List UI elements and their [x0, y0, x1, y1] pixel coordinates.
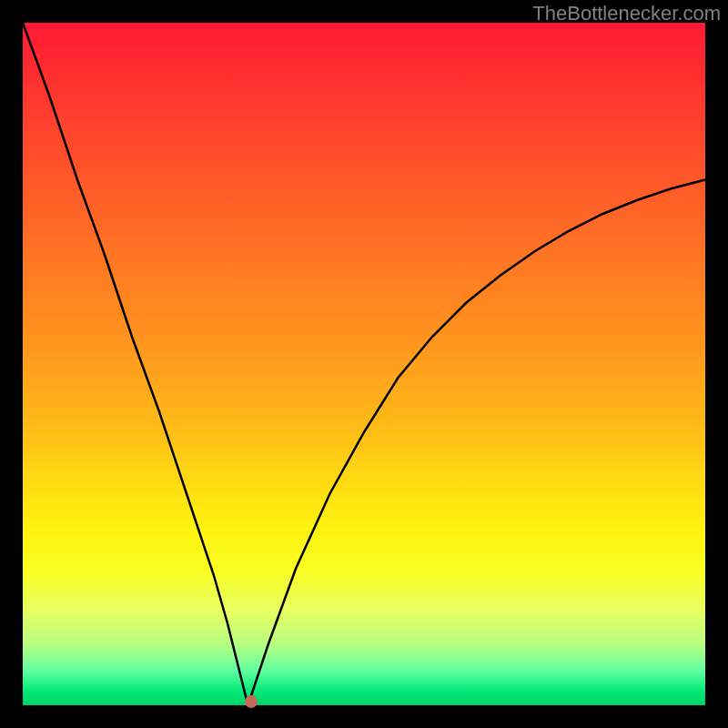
bottleneck-curve [23, 23, 705, 705]
minimum-marker-dot [245, 695, 258, 708]
watermark-text: TheBottlenecker.com [532, 2, 721, 25]
chart-plot-area [23, 23, 705, 705]
